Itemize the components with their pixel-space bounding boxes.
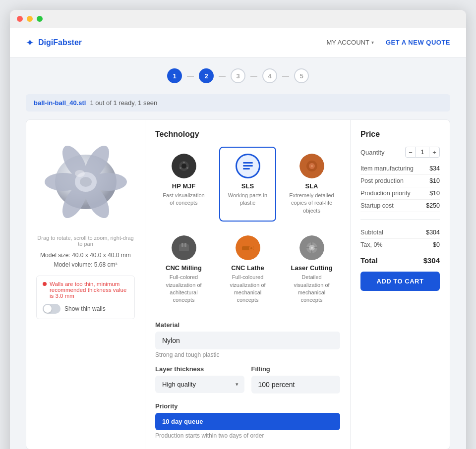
- item-manufacturing-row: Item manufacturing $34: [360, 163, 440, 175]
- material-description: Strong and tough plastic: [155, 351, 340, 358]
- item-manufacturing-label: Item manufacturing: [360, 165, 414, 172]
- step-dash-2: —: [219, 72, 226, 80]
- preview-column: Drag to rotate, scroll to zoom, right-dr…: [26, 120, 145, 449]
- priority-description: Production starts within two days of ord…: [155, 432, 340, 439]
- hp-mjf-desc: Fast visualization of concepts: [160, 192, 207, 207]
- post-production-label: Post production: [360, 177, 404, 184]
- titlebar: [10, 10, 466, 28]
- toggle-knob: [44, 305, 52, 313]
- svg-point-9: [75, 170, 85, 177]
- cnc-lathe-desc: Full-coloured vizualization of mechanica…: [224, 274, 271, 304]
- show-thin-walls-toggle[interactable]: [43, 304, 60, 314]
- sls-desc: Working parts in plastic: [224, 192, 271, 207]
- tax-label: Tax, 0%: [360, 241, 382, 248]
- app-window: ✦ DigiFabster MY ACCOUNT ▾ GET A NEW QUO…: [10, 10, 466, 449]
- subtotal-label: Subtotal: [360, 229, 383, 236]
- svg-point-30: [311, 247, 313, 249]
- get-quote-button[interactable]: GET A NEW QUOTE: [386, 39, 450, 46]
- production-priority-label: Production priority: [360, 190, 411, 197]
- hp-mjf-icon: [172, 154, 196, 178]
- tax-value: $0: [433, 241, 440, 248]
- sla-icon: [299, 154, 324, 178]
- cnc-milling-name: CNC Milling: [160, 264, 207, 272]
- quantity-value: 1: [416, 147, 429, 158]
- file-bar: ball-in-ball_40.stl 1 out of 1 ready, 1 …: [26, 94, 450, 112]
- minimize-dot[interactable]: [27, 16, 33, 22]
- fullscreen-dot[interactable]: [37, 16, 43, 22]
- tech-card-cnc-milling[interactable]: CNC Milling Full-colored vizualization o…: [155, 228, 212, 311]
- quantity-row: Quantity − 1 +: [360, 147, 440, 158]
- quantity-label: Quantity: [360, 149, 384, 156]
- technology-column: Technology: [145, 120, 351, 449]
- price-divider: [360, 219, 440, 220]
- laser-cutting-name: Laser Cutting: [288, 264, 335, 272]
- file-name: ball-in-ball_40.stl: [34, 99, 86, 107]
- technology-title: Technology: [155, 130, 340, 139]
- warning-dot: [43, 282, 47, 286]
- header-right: MY ACCOUNT ▾ GET A NEW QUOTE: [327, 39, 450, 46]
- logo-area: ✦ DigiFabster: [26, 37, 82, 49]
- cnc-milling-desc: Full-colored vizualization of achitectur…: [160, 274, 207, 304]
- svg-rect-22: [179, 244, 189, 251]
- svg-point-14: [179, 167, 181, 169]
- startup-cost-value: $250: [426, 202, 440, 209]
- quantity-increment-button[interactable]: +: [429, 147, 440, 158]
- tech-card-cnc-lathe[interactable]: CNC Lathe Full-coloured vizualization of…: [219, 228, 276, 311]
- tech-card-sla[interactable]: SLA Extremely detailed copies of real-li…: [283, 147, 340, 222]
- laser-cutting-desc: Detailed visualization of mechanical con…: [288, 274, 335, 304]
- subtotal-row: Subtotal $304: [360, 226, 440, 239]
- model-info: Model size: 40.0 x 40.0 x 40.0 mm Model …: [40, 251, 131, 270]
- close-dot[interactable]: [17, 16, 23, 22]
- sla-desc: Extremely detailed copies of real-life o…: [288, 192, 335, 215]
- steps-bar: 1 — 2 — 3 — 4 — 5: [10, 57, 466, 94]
- step-4[interactable]: 4: [262, 68, 277, 83]
- model-viewport[interactable]: [36, 130, 135, 229]
- post-production-value: $10: [429, 177, 440, 184]
- step-dash-1: —: [187, 72, 194, 80]
- material-value[interactable]: Nylon: [155, 332, 340, 349]
- main-content: ball-in-ball_40.stl 1 out of 1 ready, 1 …: [10, 94, 466, 449]
- sls-name: SLS: [224, 182, 271, 190]
- layer-thickness-label: Layer thickness: [155, 365, 244, 373]
- hp-mjf-name: HP MJF: [160, 182, 207, 190]
- tech-card-sls[interactable]: SLS Working parts in plastic: [219, 147, 276, 222]
- priority-value[interactable]: 10 day queue: [155, 413, 340, 430]
- priority-label: Priority: [155, 402, 340, 410]
- laser-cutting-icon: [299, 235, 324, 260]
- file-status: 1 out of 1 ready, 1 seen: [90, 99, 157, 107]
- step-3[interactable]: 3: [231, 68, 245, 83]
- filling-value[interactable]: 100 percent: [251, 376, 341, 393]
- cnc-milling-icon: [172, 235, 196, 260]
- svg-point-13: [186, 167, 188, 169]
- show-thin-walls-label: Show thin walls: [64, 305, 106, 312]
- chevron-down-icon: ▾: [371, 40, 374, 45]
- step-1[interactable]: 1: [167, 68, 182, 83]
- quantity-decrement-button[interactable]: −: [405, 147, 416, 158]
- step-5[interactable]: 5: [294, 68, 309, 83]
- add-to-cart-button[interactable]: ADD TO CART: [360, 272, 440, 291]
- step-2[interactable]: 2: [199, 68, 214, 83]
- layer-thickness-select-wrapper: High quality Standard quality Draft qual…: [155, 376, 244, 393]
- my-account-label: MY ACCOUNT: [327, 39, 369, 46]
- technology-grid: HP MJF Fast visualization of concepts: [155, 147, 340, 311]
- subtotal-value: $304: [426, 229, 440, 236]
- sla-name: SLA: [288, 182, 335, 190]
- my-account-button[interactable]: MY ACCOUNT ▾: [327, 39, 374, 46]
- step-dash-3: —: [250, 72, 257, 80]
- cnc-lathe-icon: [236, 235, 260, 260]
- total-row: Total $304: [360, 256, 440, 265]
- tech-card-laser-cutting[interactable]: Laser Cutting Detailed visualization of …: [283, 228, 340, 311]
- filling-label: Filling: [251, 365, 341, 373]
- svg-point-12: [183, 162, 185, 164]
- layer-thickness-select[interactable]: High quality Standard quality Draft qual…: [155, 376, 244, 393]
- tax-row: Tax, 0% $0: [360, 239, 440, 251]
- drag-hint: Drag to rotate, scroll to zoom, right-dr…: [36, 235, 135, 247]
- svg-rect-18: [243, 168, 250, 169]
- material-label: Material: [155, 321, 340, 329]
- tech-card-hp-mjf[interactable]: HP MJF Fast visualization of concepts: [155, 147, 212, 222]
- logo-text: DigiFabster: [38, 38, 82, 47]
- step-dash-4: —: [282, 72, 289, 80]
- svg-point-11: [181, 164, 186, 168]
- warning-box: Walls are too thin, minimum recommended …: [36, 276, 135, 319]
- price-title: Price: [360, 130, 440, 139]
